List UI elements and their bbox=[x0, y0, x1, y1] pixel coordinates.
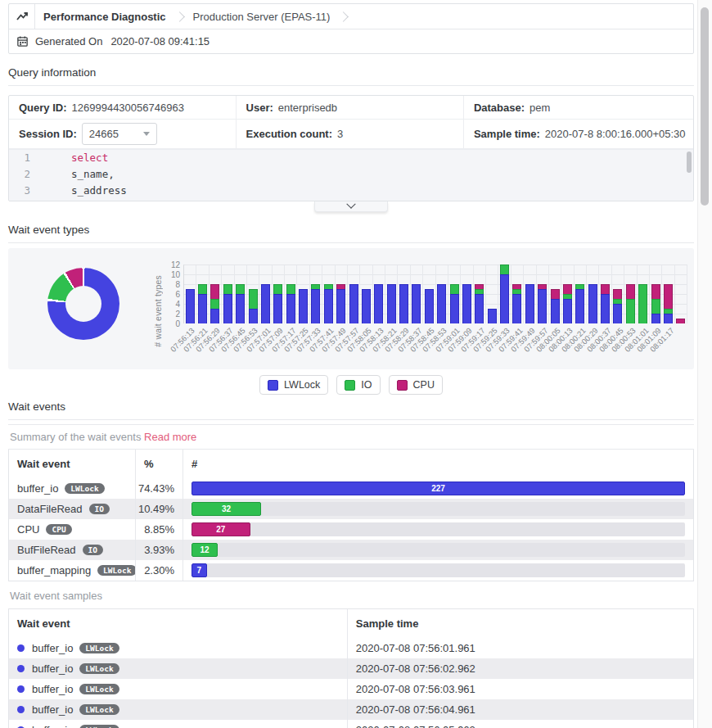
bar-segment-lwlock[interactable] bbox=[236, 294, 245, 323]
bar-segment-lwlock[interactable] bbox=[299, 289, 308, 323]
bar-segment-lwlock[interactable] bbox=[223, 294, 232, 323]
bar-segment-lwlock[interactable] bbox=[387, 284, 396, 323]
bar-segment-lwlock[interactable] bbox=[450, 294, 459, 323]
bar-stack[interactable] bbox=[626, 284, 635, 323]
bar-stack[interactable] bbox=[249, 289, 258, 323]
bar-stack[interactable] bbox=[676, 319, 685, 323]
bar-segment-lwlock[interactable] bbox=[664, 314, 673, 323]
bar-segment-io[interactable] bbox=[223, 284, 232, 294]
bar-segment-lwlock[interactable] bbox=[210, 309, 219, 323]
bar-stack[interactable] bbox=[324, 284, 333, 323]
bar-segment-cpu[interactable] bbox=[563, 284, 572, 294]
bar-stack[interactable] bbox=[412, 284, 421, 323]
bar-segment-lwlock[interactable] bbox=[273, 294, 282, 323]
bar-segment-lwlock[interactable] bbox=[551, 299, 560, 323]
page-scrollbar[interactable] bbox=[697, 0, 712, 728]
legend-chip-io[interactable]: IO bbox=[336, 375, 380, 395]
bar-stack[interactable] bbox=[387, 284, 396, 323]
bar-segment-lwlock[interactable] bbox=[512, 294, 521, 323]
bar-segment-lwlock[interactable] bbox=[613, 304, 622, 323]
count-bar-fill[interactable]: 32 bbox=[192, 502, 261, 516]
bar-segment-lwlock[interactable] bbox=[488, 309, 497, 323]
bar-stack[interactable] bbox=[538, 284, 547, 323]
page-scrollbar-thumb[interactable] bbox=[701, 7, 709, 206]
bar-stack[interactable] bbox=[399, 284, 408, 323]
bar-segment-io[interactable] bbox=[450, 284, 459, 294]
bar-segment-lwlock[interactable] bbox=[261, 284, 270, 323]
bar-stack[interactable] bbox=[512, 284, 521, 323]
bar-segment-lwlock[interactable] bbox=[324, 289, 333, 323]
bar-stack[interactable] bbox=[613, 289, 622, 323]
bar-segment-io[interactable] bbox=[198, 284, 207, 294]
bar-stack[interactable] bbox=[638, 284, 647, 323]
legend-chip-lwlock[interactable]: LWLock bbox=[259, 375, 328, 395]
bar-segment-io[interactable] bbox=[286, 284, 295, 294]
bar-segment-lwlock[interactable] bbox=[399, 284, 408, 323]
legend-chip-cpu[interactable]: CPU bbox=[389, 375, 443, 395]
bar-stack[interactable] bbox=[286, 284, 295, 323]
bar-stack[interactable] bbox=[362, 289, 371, 323]
sql-scrollbar-thumb[interactable] bbox=[687, 151, 692, 173]
bar-segment-io[interactable] bbox=[210, 299, 219, 309]
bar-stack[interactable] bbox=[198, 284, 207, 323]
bar-stack[interactable] bbox=[500, 265, 509, 323]
bar-segment-lwlock[interactable] bbox=[198, 294, 207, 323]
bar-stack[interactable] bbox=[601, 284, 610, 323]
bar-segment-lwlock[interactable] bbox=[249, 309, 258, 323]
bar-segment-cpu[interactable] bbox=[626, 284, 635, 299]
bar-stack[interactable] bbox=[525, 284, 534, 323]
bar-stack[interactable] bbox=[425, 289, 434, 323]
bar-segment-lwlock[interactable] bbox=[311, 289, 320, 323]
bar-segment-cpu[interactable] bbox=[676, 319, 685, 323]
bar-segment-lwlock[interactable] bbox=[286, 294, 295, 323]
bar-stack[interactable] bbox=[450, 284, 459, 323]
bar-segment-lwlock[interactable] bbox=[412, 284, 421, 323]
bar-segment-io[interactable] bbox=[500, 265, 509, 274]
bar-segment-cpu[interactable] bbox=[664, 284, 673, 309]
bar-stack[interactable] bbox=[236, 284, 245, 323]
bar-stack[interactable] bbox=[336, 284, 345, 323]
bar-stack[interactable] bbox=[349, 284, 358, 323]
bar-segment-cpu[interactable] bbox=[210, 284, 219, 299]
bar-segment-lwlock[interactable] bbox=[462, 284, 471, 323]
bar-segment-lwlock[interactable] bbox=[588, 284, 597, 323]
bar-segment-io[interactable] bbox=[249, 289, 258, 309]
sql-query-viewer[interactable]: 1select2s_name,3s_address4from bbox=[9, 149, 693, 201]
bar-segment-lwlock[interactable] bbox=[601, 294, 610, 323]
bar-segment-lwlock[interactable] bbox=[525, 284, 534, 323]
bar-segment-cpu[interactable] bbox=[651, 284, 660, 299]
expand-sql-button[interactable] bbox=[314, 201, 388, 212]
bar-segment-lwlock[interactable] bbox=[538, 289, 547, 323]
bar-stack[interactable] bbox=[651, 284, 660, 323]
count-bar-fill[interactable]: 12 bbox=[192, 543, 218, 557]
bar-segment-io[interactable] bbox=[626, 299, 635, 323]
bar-stack[interactable] bbox=[488, 309, 497, 323]
count-bar-fill[interactable]: 27 bbox=[192, 522, 250, 536]
bar-stack[interactable] bbox=[437, 284, 446, 323]
bar-stack[interactable] bbox=[273, 284, 282, 323]
breadcrumb-item-server[interactable]: Production Server (EPAS-11) bbox=[185, 11, 339, 23]
bar-segment-lwlock[interactable] bbox=[362, 289, 371, 323]
bar-segment-io[interactable] bbox=[236, 284, 245, 294]
bar-segment-io[interactable] bbox=[651, 299, 660, 314]
bar-stack[interactable] bbox=[475, 284, 484, 323]
bar-segment-lwlock[interactable] bbox=[437, 284, 446, 323]
bar-segment-lwlock[interactable] bbox=[349, 284, 358, 323]
bar-stack[interactable] bbox=[462, 284, 471, 323]
wait-event-types-donut-chart[interactable] bbox=[47, 268, 119, 340]
bar-stack[interactable] bbox=[588, 284, 597, 323]
count-bar-fill[interactable]: 227 bbox=[192, 482, 685, 495]
breadcrumb-item-performance-diagnostic[interactable]: Performance Diagnostic bbox=[35, 11, 174, 23]
read-more-link[interactable]: Read more bbox=[144, 431, 196, 443]
bar-segment-cpu[interactable] bbox=[613, 289, 622, 299]
bar-stack[interactable] bbox=[563, 284, 572, 323]
bar-stack[interactable] bbox=[210, 284, 219, 323]
bar-stack[interactable] bbox=[575, 284, 584, 323]
bar-segment-lwlock[interactable] bbox=[336, 289, 345, 323]
session-id-select[interactable]: 24665 bbox=[82, 123, 157, 145]
bar-stack[interactable] bbox=[223, 284, 232, 323]
bar-stack[interactable] bbox=[374, 284, 383, 323]
bar-segment-io[interactable] bbox=[273, 284, 282, 294]
bar-segment-lwlock[interactable] bbox=[651, 314, 660, 323]
bar-segment-io[interactable] bbox=[638, 284, 647, 323]
